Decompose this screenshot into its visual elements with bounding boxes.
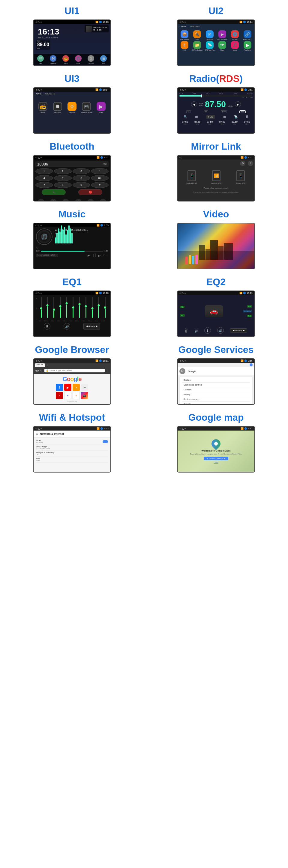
- row-music-video: Music ◁ △ ○ 📶 🔵 3:53 🎵 DJ雄少&湛江 - 试音王车载服碰…: [0, 203, 288, 271]
- gservices-screen: ◁ △ ○ 📶 🔵 3:56 i G Google Backup Cast me…: [177, 358, 255, 405]
- maps-screen: ◁ △ ○ 📶 🔵 3:47 Welcome to Google Maps By…: [177, 426, 255, 472]
- eq2-screen: ◁ △ ○ 📶 🔵 16:11 FL RL 🚗: [177, 290, 255, 337]
- ui3-screen: ◁ △ ○ 📶 🔵 16:14 APPS WIDGETS 📻 Radio ⏺ R…: [33, 87, 111, 134]
- gservices-menu: Backup Cast media controls Location Near…: [180, 377, 252, 404]
- row-bt-mirror: Bluetooth ◁ △ ○ 📶 🔵 3:51 10086 ⌫ 1 2 3: [0, 135, 288, 203]
- col-ui2: UI2 ◁ △ ○ 📶 🔵 16:14 APPS WIDGETS 📦 APK i…: [144, 0, 288, 68]
- browser-urlbar[interactable]: 🔒 Search or type web address: [45, 369, 105, 372]
- eq1-controls: 🎚 🔊 ◀ Normal ▶: [35, 322, 109, 331]
- music-title: Music: [58, 203, 86, 223]
- row-browser-gservices: Google Browser ◁ △ ○ 📶 🔵 16:11 New tab +…: [0, 339, 288, 407]
- eq2-controls: Sube 🎛 Loud 🔊 🎚 🔊 ◀ Normal ▶: [180, 326, 252, 335]
- col-ui1: UI1 ◁ △ ○ 📶 🔵 16:13 16:13 Jan 20, 2019 S…: [0, 0, 144, 68]
- bt-statusbar: ◁ △ ○ 📶 🔵 3:51: [34, 156, 110, 159]
- eq2-car-icon: 🚗: [205, 305, 223, 317]
- radio-presets: 87.50MHz 87.50MHz 87.50MHz 87.50MHz 87.5…: [178, 120, 254, 126]
- ui1-title: UI1: [64, 0, 80, 20]
- eq1-statusbar: ◁ △ ○ 📶 🔵 16:10: [34, 291, 110, 295]
- col-eq2: EQ2 ◁ △ ○ 📶 🔵 16:11 FL RL: [144, 271, 288, 339]
- ui1-statusbar: ◁ △ ○ 📶 🔵 16:13: [34, 20, 110, 24]
- row-wifi-maps: Wifi & Hotspot ◁ △ ○ 📶 🔵 3:53 ≡ Network …: [0, 407, 288, 474]
- music-main: 🎵 DJ雄少&湛江 - 试音王车载服碰高... 未知艺术家: [34, 227, 110, 246]
- col-maps: Google map ◁ △ ○ 📶 🔵 3:47 Welcome to Goo…: [144, 407, 288, 474]
- google-logo: Google: [63, 376, 82, 382]
- music-info: DJ雄少&湛江 - 试音王车载服碰高... 未知艺术家: [55, 228, 108, 244]
- mirror-devices: 📱 Android USB 📶 Android WiFi 📱 iPhone Wi…: [178, 167, 254, 186]
- mirror-title: Mirror Link: [191, 135, 241, 155]
- eq2-statusbar: ◁ △ ○ 📶 🔵 16:11: [178, 291, 254, 295]
- eq2-balance: Balance: [243, 310, 252, 312]
- col-video: Video: [144, 203, 288, 271]
- col-music: Music ◁ △ ○ 📶 🔵 3:53 🎵 DJ雄少&湛江 - 试音王车载服碰…: [0, 203, 144, 271]
- row-ui3-radio: UI3 ◁ △ ○ 📶 🔵 16:14 APPS WIDGETS 📻 Radio: [0, 68, 288, 135]
- wifi-content: Wi-Fi AS205N Data usage 2.31 of data use…: [34, 437, 110, 464]
- browser-tabs: New tab +: [34, 363, 110, 367]
- mirror-statusbar: ◁ 📶 🔵 3:51: [178, 156, 254, 159]
- radio-main: ◀ None FM1 87.50 MHz ▶: [178, 99, 254, 110]
- col-ui3: UI3 ◁ △ ○ 📶 🔵 16:14 APPS WIDGETS 📻 Radio: [0, 68, 144, 135]
- col-eq1: EQ1 ◁ △ ○ 📶 🔵 16:10 7 0 -7: [0, 271, 144, 339]
- radio-title: Radio(RDS): [189, 68, 243, 87]
- maps-logo: [210, 437, 222, 450]
- col-browser: Google Browser ◁ △ ○ 📶 🔵 16:11 New tab +…: [0, 339, 144, 407]
- browser-title: Google Browser: [35, 339, 109, 358]
- ui2-tabs: APPS WIDGETS: [178, 24, 254, 29]
- eq2-fr: FR: [247, 305, 252, 308]
- wifi-header: ≡ Network & Internet: [34, 431, 110, 437]
- browser-screen: ◁ △ ○ 📶 🔵 16:11 New tab + ◀ ▶ ↻ 🔒 Search…: [33, 358, 111, 405]
- eq1-main: 7 0 -7: [34, 295, 110, 336]
- ui2-apps-grid: 📦 APK installer 🔌 AUX Ⅿ Bluetooth ▶ Boot…: [178, 29, 254, 52]
- ui1-date: Jan 20, 2019 Sunday: [35, 37, 62, 39]
- bluetooth-screen: ◁ △ ○ 📶 🔵 3:51 10086 ⌫ 1 2 3 * 4 5: [33, 155, 111, 202]
- wifi-statusbar: ◁ △ ○ 📶 🔵 3:53: [34, 427, 110, 431]
- eq1-screen: ◁ △ ○ 📶 🔵 16:10 7 0 -7: [33, 290, 111, 337]
- mirror-screen: ◁ 📶 🔵 3:51 ⚙ ? 📱 Android USB 📶 Android W…: [177, 155, 255, 202]
- ui3-apps-grid: 📻 Radio ⏺ Recorder ⚙ Settings 🎮 Steering…: [34, 96, 110, 116]
- wifi-title: Wifi & Hotspot: [39, 407, 105, 426]
- bt-dialpad: 10086 ⌫ 1 2 3 * 4 5 6 0+ 7 8 9: [34, 159, 110, 197]
- maps-link[interactable]: 1.0 MB: [213, 461, 219, 463]
- ui1-radio-freq: 89.00: [37, 42, 49, 48]
- radio-freq: 87.50: [205, 99, 226, 109]
- ui3-statusbar: ◁ △ ○ 📶 🔵 16:14: [34, 88, 110, 92]
- col-bluetooth: Bluetooth ◁ △ ○ 📶 🔵 3:51 10086 ⌫ 1 2 3: [0, 135, 144, 203]
- ui2-screen: ◁ △ ○ 📶 🔵 16:14 APPS WIDGETS 📦 APK insta…: [177, 20, 255, 66]
- radio-screen: ◁ △ ○ 📶 🔵 3:51 87.590.595.799.8103.9100.…: [177, 87, 255, 134]
- col-radio: Radio(RDS) ◁ △ ○ 📶 🔵 3:51 87.590.595.799…: [144, 68, 288, 135]
- eq2-rr: RR: [247, 315, 252, 317]
- browser-statusbar: ◁ △ ○ 📶 🔵 16:11: [34, 359, 110, 363]
- maps-sub: By using this application you agree to o…: [190, 453, 242, 455]
- music-progress: 8:08 1:97: [34, 249, 110, 252]
- browser-bookmarks-row1: f ▶ a W: [56, 384, 88, 391]
- video-screen: [177, 223, 255, 269]
- wifi-screen: ◁ △ ○ 📶 🔵 3:53 ≡ Network & Internet Wi-F…: [33, 426, 111, 472]
- eq1-title: EQ1: [62, 271, 82, 290]
- maps-title: Google map: [189, 407, 244, 426]
- maps-statusbar: ◁ △ ○ 📶 🔵 3:47: [178, 427, 254, 431]
- browser-bookmarks-row2: r e e 📷: [56, 392, 88, 399]
- ui1-time: 16:13: [35, 25, 62, 37]
- eq2-speakers: FL RL 🚗 FR Balance RR: [180, 296, 252, 326]
- maps-content: Welcome to Google Maps By using this app…: [178, 431, 254, 472]
- ui2-statusbar: ◁ △ ○ 📶 🔵 16:14: [178, 20, 254, 24]
- video-title: Video: [203, 203, 229, 223]
- bt-bottom: ⌨ 👤 📞 📋 🎵 Ⅿ: [34, 197, 110, 201]
- browser-tab-new[interactable]: New tab: [35, 363, 45, 367]
- col-gservices: Google Services ◁ △ ○ 📶 🔵 3:56 i G Googl…: [144, 339, 288, 407]
- mirror-instruction: Please select connection mode: [178, 186, 254, 190]
- ui1-icons: 🗺 Navi Ⅿ Bluetooth 📻 Radio 🎵 Music: [34, 54, 110, 65]
- mirror-icons-row: ⚙ ?: [178, 159, 254, 167]
- radio-buttons: TA AF PTY RDS: [178, 110, 254, 114]
- ui2-title: UI2: [208, 0, 224, 20]
- music-statusbar: ◁ △ ○ 📶 🔵 3:53: [34, 223, 110, 227]
- ui1-screen: ◁ △ ○ 📶 🔵 16:13 16:13 Jan 20, 2019 Sunda…: [33, 20, 111, 66]
- music-vinyl: 🎵: [36, 228, 53, 245]
- radio-statusbar: ◁ △ ○ 📶 🔵 3:51: [178, 88, 254, 92]
- maps-accept-btn[interactable]: ACCEPT & CONTINUE: [204, 457, 229, 460]
- gservices-statusbar: ◁ △ ○ 📶 🔵 3:56: [178, 359, 254, 363]
- eq2-title: EQ2: [206, 271, 226, 290]
- mirror-note: This version is not used in the original…: [178, 190, 254, 194]
- row-ui1-ui2: UI1 ◁ △ ○ 📶 🔵 16:13 16:13 Jan 20, 2019 S…: [0, 0, 288, 68]
- eq2-loud: Loud 🔊: [195, 328, 198, 333]
- eq2-fl: FL: [180, 306, 184, 308]
